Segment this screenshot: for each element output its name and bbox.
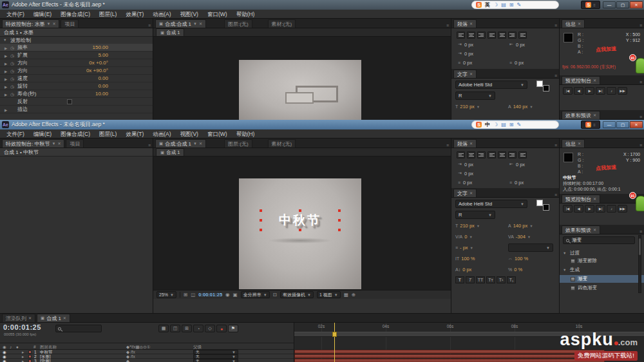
moon-icon[interactable]: ☽ <box>493 120 498 129</box>
resolution-select[interactable]: 全分辨率 <box>241 291 270 298</box>
layer-switches[interactable]: ◆ <box>126 359 129 362</box>
layer-switches[interactable]: ◆ /fx <box>126 354 135 359</box>
font-style-select[interactable]: R <box>455 91 495 100</box>
minimize-button[interactable]: — <box>603 121 616 128</box>
fill-color-swatch[interactable] <box>536 81 543 87</box>
font-style-select[interactable]: R <box>455 211 495 219</box>
composition-canvas[interactable] <box>239 60 361 120</box>
layer-color-chip[interactable] <box>28 359 32 362</box>
stopwatch-icon[interactable] <box>10 52 14 59</box>
tab-composition[interactable]: 合成:合成 1 <box>155 19 206 28</box>
close-icon[interactable] <box>578 142 581 146</box>
layer-row[interactable]: ◉ ▸ 2 [水墨] ◆ /fx 无 <box>0 354 294 359</box>
justify-last-right-button[interactable] <box>508 32 516 39</box>
close-icon[interactable] <box>593 79 596 82</box>
kerning-field[interactable]: V/A0▼ <box>455 233 473 241</box>
close-icon[interactable] <box>469 72 473 76</box>
menu-effect[interactable]: 效果(T) <box>121 10 148 19</box>
menu-file[interactable]: 文件(F) <box>2 10 29 19</box>
first-line-indent-field[interactable]: ⇥0 px <box>458 50 473 57</box>
property-value[interactable]: 0.00 <box>64 82 108 90</box>
align-left-button[interactable] <box>457 151 465 158</box>
layer-row[interactable]: ◉ ▸ 1 中秋节 ◆ /fx 无 <box>0 350 294 354</box>
tab-preview[interactable]: 预览控制台 <box>562 76 600 84</box>
menu-window[interactable]: 窗口(W) <box>203 129 232 138</box>
font-family-select[interactable]: Adobe Heiti Std <box>455 200 527 208</box>
eye-icon[interactable]: ◉ <box>3 350 6 354</box>
ime-language-toggle[interactable]: 中 <box>485 121 490 128</box>
first-frame-button[interactable]: |◀ <box>563 205 573 213</box>
composition-viewport[interactable] <box>153 37 451 120</box>
menu-edit[interactable]: 编辑(E) <box>29 129 56 138</box>
stopwatch-icon[interactable] <box>10 75 14 82</box>
menu-composition[interactable]: 图像合成(C) <box>56 129 95 138</box>
stroke-color-swatch[interactable] <box>543 85 549 91</box>
selection-handle[interactable] <box>260 229 262 231</box>
faux-bold-button[interactable]: T <box>455 276 464 283</box>
effect-property-row[interactable]: 频率 150.00 <box>0 44 153 52</box>
prev-frame-button[interactable]: ◀ <box>574 205 583 213</box>
menu-window[interactable]: 窗口(W) <box>203 10 232 19</box>
selection-handle[interactable] <box>338 209 341 212</box>
font-size-field[interactable]: T210 px▼ <box>455 222 480 230</box>
panel-menu-icon[interactable] <box>639 115 642 119</box>
fill-stroke-swatches[interactable] <box>536 200 549 211</box>
current-time-indicator-handle[interactable] <box>332 332 337 337</box>
chevron-down-icon[interactable] <box>193 142 197 146</box>
stroke-width-field[interactable]: ≡- px▼ <box>455 243 473 252</box>
parent-select[interactable]: 无 <box>193 350 238 354</box>
moon-icon[interactable]: ☽ <box>493 1 498 9</box>
justify-last-left-button[interactable] <box>488 32 496 39</box>
draft-3d-icon[interactable]: ◫ <box>170 325 180 332</box>
selection-handle[interactable] <box>260 209 262 212</box>
timeline-timecode[interactable]: 0:00:01:25 <box>3 323 41 331</box>
menu-view[interactable]: 视图(V) <box>176 129 203 138</box>
menu-layer[interactable]: 图层(L) <box>95 129 121 138</box>
effect-property-row[interactable]: 方向 0x +0.0° <box>0 59 153 67</box>
close-icon[interactable] <box>63 316 66 320</box>
preset-item-row-selected[interactable]: 渐变 <box>560 275 644 283</box>
indent-right-field[interactable]: ⇤0 px <box>509 160 525 168</box>
tsume-field[interactable]: %0 % <box>508 265 522 274</box>
collapse-icon[interactable] <box>563 249 566 257</box>
tab-render-queue[interactable]: 渲染队列 <box>2 314 35 322</box>
leading-field[interactable]: A140 px▼ <box>508 102 533 111</box>
shy-layers-icon[interactable]: ⊞ <box>182 325 192 332</box>
tab-info[interactable]: 信息 <box>562 139 585 148</box>
panel-menu-icon[interactable] <box>554 143 557 148</box>
property-value[interactable]: 5.00 <box>64 52 108 59</box>
ram-preview-button[interactable]: ▶▶ <box>618 87 627 95</box>
expand-icon[interactable] <box>5 107 7 114</box>
close-icon[interactable] <box>57 142 61 146</box>
fill-stroke-swatches[interactable] <box>536 81 549 91</box>
space-before-field[interactable]: ≡0 px <box>458 178 472 186</box>
tab-footage[interactable]: 素材:(无) <box>268 19 296 28</box>
horizontal-scale-field[interactable]: ⇔100 % <box>508 254 528 263</box>
close-icon[interactable] <box>593 197 596 201</box>
faux-italic-button[interactable]: T <box>466 276 475 283</box>
composition-canvas[interactable]: 中秋节 <box>239 178 361 289</box>
last-frame-button[interactable]: ▶| <box>596 87 605 95</box>
property-value[interactable]: 0x +90.0° <box>64 67 108 74</box>
align-center-button[interactable] <box>467 32 475 39</box>
close-icon[interactable] <box>469 22 473 26</box>
expand-icon[interactable]: ▸ <box>22 354 24 359</box>
space-after-field[interactable]: ≡0 px <box>509 59 524 66</box>
panel-menu-icon[interactable] <box>639 80 642 84</box>
property-value[interactable]: 0.00 <box>64 75 108 82</box>
menu-animation[interactable]: 动画(A) <box>148 129 175 138</box>
tracking-field[interactable]: VA-304▼ <box>508 233 531 241</box>
panel-menu-icon[interactable] <box>639 229 642 234</box>
preset-item-row[interactable]: 四色渐变 <box>560 284 644 292</box>
fast-preview-icon[interactable]: ⊕ <box>352 292 355 298</box>
tab-timeline-comp[interactable]: 合成 1 <box>37 314 70 322</box>
expand-icon[interactable]: ▸ <box>22 359 24 362</box>
indent-left-field[interactable]: ⇥0 px <box>458 160 473 168</box>
close-icon[interactable] <box>593 113 596 117</box>
layer-name[interactable]: [水墨] <box>40 354 51 359</box>
justify-all-button[interactable] <box>518 151 527 158</box>
prev-frame-button[interactable]: ◀ <box>574 87 583 95</box>
preset-item-row[interactable]: 渐变擦除 <box>560 257 644 265</box>
close-icon[interactable] <box>199 22 202 26</box>
play-button[interactable]: ▶ <box>585 205 594 213</box>
